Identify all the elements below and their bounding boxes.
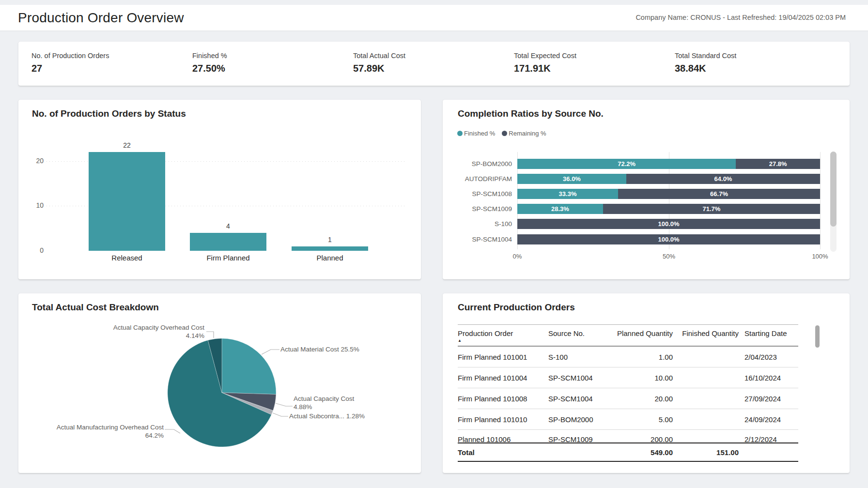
- completion-scrollbar-thumb[interactable]: [830, 152, 837, 227]
- cell: SP-SCM1004: [548, 374, 604, 382]
- table-row-clipped[interactable]: Planned 101006SP-SCM1009200.002/12/2024: [458, 430, 798, 442]
- cell: 2/12/2024: [739, 430, 794, 442]
- completion-category-label: SP-SCM1008: [443, 189, 512, 199]
- completion-segment-finished[interactable]: 33.3%: [517, 189, 618, 199]
- legend-item-remaining[interactable]: Remaining %: [502, 130, 546, 137]
- completion-segment-remaining[interactable]: 27.8%: [736, 159, 820, 169]
- cell: Firm Planned 101001: [458, 353, 548, 361]
- kpi-2: Finished %27.50%: [192, 52, 353, 86]
- kpi-value: 27: [31, 63, 192, 74]
- status-bar-planned[interactable]: [292, 246, 368, 251]
- sort-ascending-icon: ▲: [458, 339, 548, 343]
- cell: Planned 101006: [458, 430, 548, 442]
- kpi-label: Total Expected Cost: [514, 52, 675, 60]
- kpi-card-strip: No. of Production Orders27Finished %27.5…: [18, 42, 850, 86]
- finished-legend-dot-icon: [457, 131, 463, 136]
- cell: 24/09/2024: [739, 415, 794, 424]
- status-bar-released[interactable]: [89, 152, 165, 251]
- pie-callout-label: Actual Subcontra... 1.28%: [289, 412, 365, 420]
- kpi-label: Total Actual Cost: [353, 52, 514, 60]
- completion-ratios-title: Completion Ratios by Source No.: [458, 108, 604, 119]
- table-total-row: Total549.00151.00: [458, 442, 798, 462]
- completion-segment-remaining[interactable]: 66.7%: [618, 189, 820, 199]
- page-title: Production Order Overview: [18, 10, 184, 26]
- pie-slice-actual-material-cost[interactable]: [222, 338, 276, 395]
- cell: 27/09/2024: [739, 395, 794, 403]
- legend-remaining-label: Remaining %: [509, 130, 546, 137]
- dashboard-canvas: Production Order Overview Company Name: …: [0, 0, 868, 488]
- cell: S-100: [548, 353, 604, 361]
- pie-leader-line: [206, 332, 214, 338]
- orders-by-status-chart-card: No. of Production Orders by Status 20100…: [18, 100, 421, 279]
- completion-segment-remaining[interactable]: 64.0%: [626, 174, 820, 184]
- table-row[interactable]: Firm Planned 101004SP-SCM100410.0016/10/…: [458, 367, 798, 388]
- column-header-2[interactable]: Source No.: [548, 329, 604, 337]
- completion-category-label: SP-SCM1004: [443, 234, 512, 244]
- remaining-legend-dot-icon: [502, 131, 507, 136]
- completion-segment-remaining[interactable]: 71.7%: [603, 204, 820, 214]
- cell: 20.00: [604, 395, 673, 403]
- table-header-row: Production Order▲Source No.Planned Quant…: [458, 324, 798, 347]
- pie-callout-label: Actual Capacity Overhead Cost4.14%: [18, 323, 204, 340]
- column-header-5[interactable]: Starting Date: [739, 329, 794, 337]
- kpi-label: Finished %: [192, 52, 353, 60]
- completion-segment-finished[interactable]: 72.2%: [517, 159, 736, 169]
- kpi-1: No. of Production Orders27: [31, 52, 192, 86]
- completion-segment-remaining[interactable]: 100.0%: [517, 219, 820, 229]
- cell: Firm Planned 101004: [458, 374, 548, 382]
- completion-category-label: SP-SCM1009: [443, 204, 512, 214]
- status-bar-firm-planned[interactable]: [190, 233, 266, 251]
- completion-segment-finished[interactable]: 28.3%: [517, 204, 603, 214]
- cell: 10.00: [604, 374, 673, 382]
- total-cell: 549.00: [604, 448, 673, 457]
- cost-breakdown-chart-card: Total Actual Cost Breakdown Actual Mater…: [18, 293, 421, 473]
- y-axis-tick: 0: [27, 246, 44, 254]
- x-axis-tick: 100%: [803, 253, 837, 260]
- bar-data-label: 22: [89, 141, 165, 149]
- table-row[interactable]: Firm Planned 101008SP-SCM100420.0027/09/…: [458, 388, 798, 409]
- legend-finished-label: Finished %: [464, 130, 495, 137]
- bar-data-label: 1: [292, 236, 368, 244]
- orders-by-status-title: No. of Production Orders by Status: [32, 108, 186, 119]
- kpi-label: Total Standard Cost: [675, 52, 836, 60]
- x-axis-category-label: Released: [89, 254, 165, 262]
- bar-data-label: 4: [190, 222, 266, 230]
- table-scrollbar-thumb[interactable]: [815, 325, 820, 348]
- gridline-100pct: [820, 152, 821, 249]
- completion-category-label: S-100: [443, 219, 512, 229]
- cell: Firm Planned 101008: [458, 395, 548, 403]
- completion-legend: Finished % Remaining %: [457, 130, 546, 137]
- kpi-value: 27.50%: [192, 63, 353, 74]
- company-refresh-info: Company Name: CRONUS - Last Refreshed: 1…: [636, 14, 846, 21]
- x-axis-tick: 50%: [652, 253, 686, 260]
- cell: Firm Planned 101010: [458, 415, 548, 424]
- completion-segment-remaining[interactable]: 100.0%: [517, 234, 820, 244]
- kpi-value: 38.84K: [675, 63, 836, 74]
- table-row[interactable]: Firm Planned 101010SP-BOM20005.0024/09/2…: [458, 409, 798, 430]
- cell: 200.00: [604, 430, 673, 442]
- table-row[interactable]: Firm Planned 101001S-1001.002/04/2023: [458, 347, 798, 367]
- column-header-4[interactable]: Finished Quantity: [673, 329, 739, 337]
- kpi-3: Total Actual Cost57.89K: [353, 52, 514, 86]
- kpi-4: Total Expected Cost171.91K: [514, 52, 675, 86]
- current-orders-title: Current Production Orders: [458, 302, 575, 313]
- cell: SP-SCM1009: [548, 430, 604, 442]
- pie-leader-line: [273, 413, 288, 416]
- y-axis-tick: 20: [27, 157, 44, 165]
- current-orders-table-card: Current Production Orders Production Ord…: [443, 293, 850, 473]
- total-cell: 151.00: [673, 448, 739, 457]
- cost-breakdown-pie: [18, 293, 421, 473]
- y-axis-tick: 10: [27, 201, 44, 209]
- completion-segment-finished[interactable]: 36.0%: [517, 174, 626, 184]
- x-axis-category-label: Firm Planned: [190, 254, 266, 262]
- kpi-value: 171.91K: [514, 63, 675, 74]
- pie-callout-label: Actual Manufacturing Overhead Cost64.2%: [18, 423, 164, 440]
- legend-item-finished[interactable]: Finished %: [457, 130, 495, 137]
- pie-leader-line: [165, 429, 180, 433]
- x-axis-category-label: Planned: [292, 254, 368, 262]
- column-header-1[interactable]: Production Order▲: [458, 329, 548, 343]
- completion-category-label: AUTODRIPFAM: [443, 174, 512, 184]
- column-header-3[interactable]: Planned Quantity: [604, 329, 673, 337]
- pie-leader-line: [276, 403, 293, 406]
- kpi-label: No. of Production Orders: [31, 52, 192, 60]
